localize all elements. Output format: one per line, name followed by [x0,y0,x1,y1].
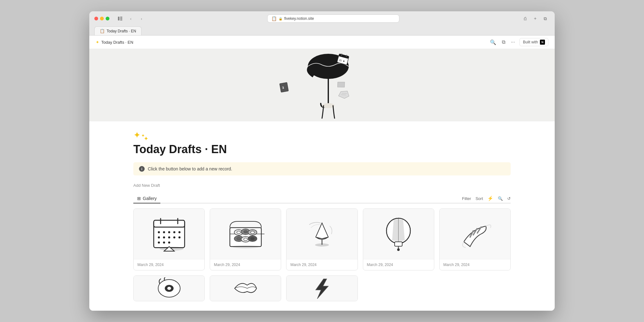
gallery-grid-icon: ⊞ [137,196,141,201]
duplicate-button[interactable]: ⧉ [501,39,507,46]
svg-point-43 [237,237,241,240]
card-date: March 29, 2024 [440,259,510,270]
new-tab-button[interactable]: ＋ [531,15,540,22]
card-image [210,209,281,259]
svg-point-25 [178,231,180,233]
browser-tabs: 📋 Today Drafts · EN [94,25,550,35]
gallery-actions: Filter Sort ⚡ 🔍 ↺ [462,196,511,201]
gallery-card[interactable]: March 29, 2024 [439,208,511,270]
gallery-card[interactable]: March 29, 2024 [210,208,281,270]
search-button[interactable]: 🔍 [489,39,497,46]
hero-illustration: 25 3 [247,52,397,121]
svg-rect-12 [280,82,288,92]
card-date: March 29, 2024 [210,259,281,270]
info-banner-text: Click the button below to add a new reco… [148,166,232,171]
built-with-badge[interactable]: Built with N [519,38,548,46]
sparkle-nav-icon: ✦ [96,40,99,45]
sort-label: Sort [475,196,483,201]
notion-icon: N [540,40,545,45]
svg-point-32 [163,242,165,244]
card-image-partial [134,276,204,301]
gallery-search-icon: 🔍 [498,196,503,201]
svg-point-41 [251,231,254,234]
gallery-search-button[interactable]: 🔍 [498,196,503,201]
filter-button[interactable]: Filter [462,196,471,201]
tab-favicon: 📋 [100,29,105,33]
svg-rect-0 [118,17,119,20]
active-tab[interactable]: 📋 Today Drafts · EN [94,26,142,35]
gallery-card[interactable]: March 29, 2024 [363,208,434,270]
forward-button[interactable]: › [137,15,146,22]
gallery-card[interactable]: March 29, 2024 [133,208,205,270]
svg-point-22 [163,231,165,233]
gallery-tab[interactable]: ⊞ Gallery [133,194,160,203]
svg-rect-1 [120,17,122,18]
gallery-card-partial[interactable] [210,275,281,301]
tab-title: Today Drafts · EN [107,29,136,33]
close-button[interactable] [94,17,98,20]
page-title: Today Drafts · EN [133,143,511,156]
sparkle-medium-icon: ✦ [144,136,148,142]
sort-button[interactable]: Sort [475,196,483,201]
filter-label: Filter [462,196,471,201]
svg-point-21 [158,231,160,233]
gallery-grid-partial [133,275,511,301]
page-content: ✦ Today Drafts · EN 🔍 ⧉ ··· Built with N [89,36,555,311]
address-bar[interactable]: 📋 🔒 fivekey.notion.site [267,14,399,23]
info-banner: i Click the button below to add a new re… [133,162,511,175]
gallery-card[interactable]: March 29, 2024 [286,208,358,270]
gallery-tab-label: Gallery [143,196,157,201]
card-date: March 29, 2024 [363,259,434,270]
page-favicon: 📋 [271,16,277,21]
share-button[interactable]: ⎙ [521,15,530,22]
url-text: fivekey.notion.site [284,16,314,21]
svg-point-31 [158,242,160,244]
add-new-label: Add New Draft [133,183,160,188]
hero-section: 25 3 [89,49,555,121]
back-button[interactable]: ‹ [126,15,135,22]
svg-rect-3 [120,19,122,20]
svg-point-47 [251,237,254,240]
svg-point-23 [168,231,170,233]
sparkles-decoration: ✦ ✦ ✦ [133,131,511,142]
svg-point-55 [397,248,400,251]
more-button[interactable]: ··· [510,39,516,46]
svg-point-26 [158,236,160,239]
svg-point-39 [244,230,247,233]
svg-point-24 [173,231,175,233]
card-date: March 29, 2024 [134,259,204,270]
sidebar-toggle-button[interactable] [116,15,125,22]
svg-rect-17 [154,220,185,227]
main-content: ✦ ✦ ✦ Today Drafts · EN i Click the butt… [121,121,523,311]
svg-point-28 [168,236,170,239]
nav-page-title: Today Drafts · EN [101,40,133,45]
card-image [363,209,434,259]
gallery-more-button[interactable]: ↺ [507,196,511,201]
minimize-button[interactable] [100,17,104,20]
browser-actions: ⎙ ＋ ⧉ [521,15,550,22]
card-image-partial [210,276,281,301]
automation-button[interactable]: ⚡ [487,196,493,201]
info-icon: i [139,166,145,172]
nav-actions: 🔍 ⧉ ··· Built with N [489,38,548,46]
add-new-draft-button[interactable]: Add New Draft [133,182,160,189]
browser-chrome: ‹ › 📋 🔒 fivekey.notion.site ⎙ ＋ ⧉ 📋 Toda… [89,11,555,36]
gallery-card-partial[interactable] [133,275,205,301]
svg-point-29 [173,236,175,239]
page-navbar: ✦ Today Drafts · EN 🔍 ⧉ ··· Built with N [89,36,555,49]
card-image [286,209,357,259]
svg-point-33 [168,242,170,244]
svg-point-30 [178,236,180,239]
breadcrumb: ✦ Today Drafts · EN [96,40,489,45]
tabs-button[interactable]: ⧉ [541,15,550,22]
card-image [440,209,510,259]
lock-icon: 🔒 [279,17,282,20]
maximize-button[interactable] [106,17,109,20]
card-image-partial [286,276,357,301]
gallery-grid: March 29, 2024 [133,208,511,270]
svg-point-48 [232,245,259,248]
svg-point-45 [244,238,247,241]
gallery-card-partial[interactable] [286,275,358,301]
svg-point-27 [163,236,165,239]
svg-rect-53 [395,242,402,246]
